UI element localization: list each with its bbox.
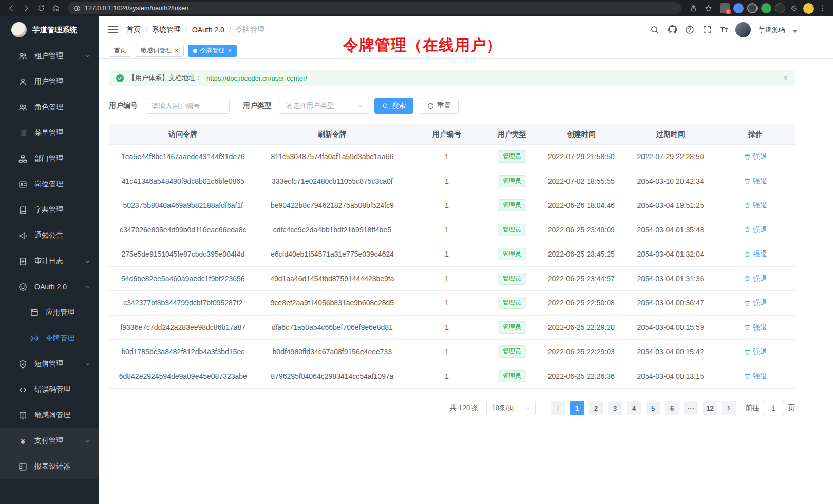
breadcrumb-item-home[interactable]: 首页 — [126, 25, 141, 34]
user-type-cell: 管理员 — [486, 248, 538, 260]
page-size-select[interactable]: 10条/页 — [486, 401, 536, 415]
help-icon[interactable] — [685, 25, 695, 34]
font-size-icon[interactable]: TT — [720, 26, 728, 33]
close-icon[interactable]: × — [228, 47, 232, 54]
refresh-token-cell: 333ecfc71e02480cb11055c875c3ca0f — [257, 177, 408, 185]
page-button-2[interactable]: 2 — [589, 401, 603, 415]
sidebar-item-app-management[interactable]: 应用管理 — [0, 300, 99, 325]
extension-icon[interactable] — [733, 3, 744, 13]
more-pages-button[interactable]: ··· — [684, 401, 698, 415]
sidebar-item-sms-management[interactable]: 短信管理 — [0, 351, 99, 377]
force-logout-button[interactable]: 强退 — [744, 323, 767, 332]
force-logout-button[interactable]: 强退 — [744, 347, 767, 356]
create-time-cell: 2022-06-25 23:45:25 — [538, 250, 625, 258]
sidebar-item-audit-log[interactable]: 审计日志 — [0, 248, 99, 274]
user-type-select[interactable]: 请选择用户类型 — [279, 98, 369, 114]
puzzle-extensions-icon[interactable] — [789, 3, 799, 13]
user-id-cell: 1 — [407, 372, 486, 380]
close-icon[interactable]: × — [783, 74, 788, 82]
page-button-3[interactable]: 3 — [608, 401, 622, 415]
sidebar-item-role-management[interactable]: 角色管理 — [0, 94, 99, 120]
sidebar-item-sensitive-words[interactable]: 敏感词管理 — [0, 402, 99, 428]
sidebar-item-user-management[interactable]: 用户管理 — [0, 69, 99, 94]
sidebar-item-payment-management[interactable]: ¥ 支付管理 — [0, 428, 99, 454]
sidebar-item-oauth2[interactable]: OAuth 2.0 — [0, 274, 99, 300]
force-logout-button[interactable]: 强退 — [744, 225, 767, 235]
search-button[interactable]: 搜索 — [374, 98, 413, 114]
goto-page-input[interactable] — [764, 401, 784, 415]
user-avatar[interactable] — [735, 22, 751, 37]
sidebar-item-tenant-management[interactable]: 租户管理 — [0, 43, 99, 69]
address-bar[interactable]: 127.0.0.1:1024/system/oauth2/token — [68, 2, 681, 14]
reset-button[interactable]: 重置 — [420, 98, 459, 114]
home-button[interactable] — [49, 2, 63, 15]
action-cell: 强退 — [716, 274, 795, 284]
sidebar-item-report-designer[interactable]: 报表设计器 — [0, 454, 99, 479]
search-icon[interactable] — [650, 25, 660, 34]
back-button[interactable] — [4, 2, 18, 15]
force-logout-button[interactable]: 强退 — [744, 249, 767, 259]
close-icon[interactable]: × — [175, 47, 179, 54]
page-button-4[interactable]: 4 — [627, 401, 641, 415]
doc-alert: 【用户体系】文档地址： https://doc.iocoder.cn/user-… — [109, 70, 795, 86]
page-button-5[interactable]: 5 — [646, 401, 660, 415]
sidebar-item-dict-management[interactable]: 字典管理 — [0, 197, 99, 223]
extension-icon[interactable] — [747, 3, 758, 13]
bookmark-star-icon[interactable] — [702, 2, 715, 15]
site-info-icon[interactable] — [74, 5, 81, 12]
browser-menu-icon[interactable] — [815, 2, 829, 15]
chevron-down-icon — [85, 361, 90, 367]
chevron-down-icon[interactable] — [793, 30, 797, 33]
user-type-badge: 管理员 — [498, 175, 526, 187]
user-id-cell: 1 — [407, 177, 486, 185]
sidebar-item-dept-management[interactable]: 部门管理 — [0, 146, 99, 171]
extension-icon[interactable] — [761, 3, 771, 13]
doc-link[interactable]: https://doc.iocoder.cn/user-center/ — [206, 74, 307, 82]
refresh-token-cell: e6cfd40eb1f54571a31e775e039c4624 — [257, 250, 408, 258]
tab-token-management[interactable]: 令牌管理 × — [188, 45, 237, 57]
tab-home[interactable]: 首页 — [109, 45, 131, 57]
page-button-1[interactable]: 1 — [570, 401, 584, 415]
table-header: 访问令牌 刷新令牌 用户编号 用户类型 创建时间 过期时间 操作 — [109, 124, 795, 145]
sidebar-item-post-management[interactable]: 岗位管理 — [0, 171, 99, 197]
force-logout-button[interactable]: 强退 — [744, 298, 767, 307]
extension-icon[interactable] — [775, 3, 785, 13]
github-icon[interactable] — [668, 25, 677, 34]
page-button-12[interactable]: 12 — [703, 401, 717, 415]
create-time-cell: 2022-06-25 22:29:20 — [538, 323, 625, 332]
force-logout-button[interactable]: 强退 — [744, 201, 767, 210]
share-icon[interactable] — [687, 2, 701, 15]
user-id-input[interactable] — [145, 98, 230, 114]
fullscreen-icon[interactable] — [703, 25, 712, 34]
sidebar-item-notice[interactable]: 通知公告 — [0, 223, 99, 248]
breadcrumb-item-oauth2[interactable]: OAuth 2.0 — [192, 26, 224, 34]
forward-button[interactable] — [19, 2, 33, 15]
prev-page-button[interactable] — [551, 401, 565, 415]
table-row: 1ea5e44f8bc1467aaede43144f31de76 811c530… — [109, 145, 795, 169]
force-logout-button[interactable]: 强退 — [744, 274, 767, 283]
user-name[interactable]: 芋道源码 — [759, 25, 785, 34]
table-row: c342377bf8b344799dcbf7bf095287f2 9ce8ef2… — [109, 291, 795, 316]
access-token-cell: 275e5de9151045fe87cbdc395e004f4d — [109, 250, 257, 258]
sidebar-item-menu-management[interactable]: 菜单管理 — [0, 120, 99, 146]
reload-button[interactable] — [34, 2, 48, 15]
next-page-button[interactable] — [722, 401, 736, 415]
force-logout-button[interactable]: 强退 — [744, 152, 767, 161]
tab-sensitive-words[interactable]: 敏感词管理 × — [136, 45, 184, 57]
sidebar-item-error-code[interactable]: 错误码管理 — [0, 377, 99, 402]
extension-icon[interactable]: 0 — [720, 3, 730, 13]
profile-avatar[interactable] — [803, 3, 814, 14]
user-id-cell: 1 — [407, 152, 486, 161]
expire-time-cell: 2054-03-04 01:31:36 — [625, 275, 716, 283]
sidebar-collapse-button[interactable] — [108, 26, 118, 33]
user-id-cell: 1 — [407, 226, 486, 234]
page-button-6[interactable]: 6 — [665, 401, 679, 415]
app-logo[interactable]: 芋道管理系统 — [0, 16, 99, 43]
pagination: 共 120 条 10条/页 1 2 3 4 5 6 ··· 12 前往 页 — [109, 401, 795, 415]
action-cell: 强退 — [716, 298, 795, 308]
sidebar-item-token-management[interactable]: 令牌管理 — [0, 325, 99, 351]
breadcrumb-item-system[interactable]: 系统管理 — [152, 25, 181, 34]
refresh-token-cell: 9ce8ef2aa9f14056b831ae9b608e28d5 — [257, 299, 408, 307]
force-logout-button[interactable]: 强退 — [744, 177, 767, 186]
force-logout-button[interactable]: 强退 — [744, 372, 767, 381]
